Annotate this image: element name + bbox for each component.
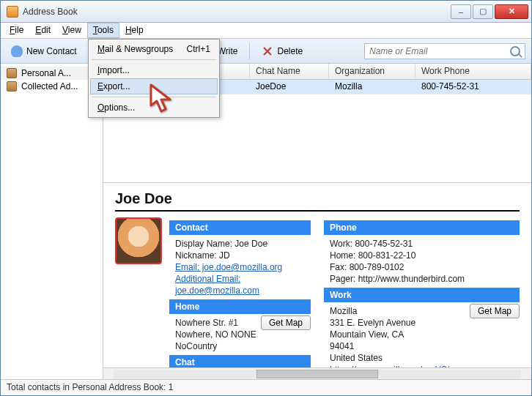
sidebar-item-label: Collected Ad... [21, 81, 78, 91]
minimize-button[interactable]: – [451, 4, 471, 19]
contact-additional-email-label[interactable]: Additional Email: [175, 274, 240, 284]
work-getmap-button[interactable]: Get Map [470, 304, 520, 318]
phone-pager: Pager: http://www.thunderbird.com [324, 273, 520, 285]
work-addr1: 331 E. Evelyn Avenue [324, 317, 520, 329]
cell-phone: 800-745-52-31 [415, 80, 531, 94]
addressbook-icon [7, 68, 17, 78]
dd-mail-accel: Ctrl+1 [187, 44, 210, 54]
toolbar: New Contact Write Delete [1, 39, 531, 64]
menu-edit[interactable]: Edit [29, 23, 56, 38]
menubar: File Edit View Tools Mail & Newsgroups C… [1, 23, 531, 39]
new-contact-label: New Contact [26, 46, 77, 56]
menu-separator [92, 97, 216, 97]
dd-mail-label: ail & Newsgroups [105, 44, 173, 54]
detail-pane: Joe Doe Contact Display Name: Joe Doe Ni… [103, 182, 531, 367]
menu-mail-newsgroups[interactable]: Mail & Newsgroups Ctrl+1 [90, 41, 218, 57]
work-url-link[interactable]: https://www.mozilla.org/en-US/ [330, 365, 449, 367]
horizontal-scrollbar[interactable] [103, 367, 531, 379]
menu-options[interactable]: Options... [90, 100, 218, 116]
contact-nickname: Nickname: JD [169, 250, 311, 261]
work-addr2: Mountain View, CA [324, 329, 520, 340]
home-line2: Nowhere, NO NONE [169, 329, 311, 340]
section-work: Work [324, 288, 520, 302]
contact-additional-email[interactable]: joe.doe@mozilla.com [175, 285, 259, 296]
cell-org: Mozilla [329, 80, 415, 94]
col-chat[interactable]: Chat Name [250, 64, 329, 79]
menu-view[interactable]: View [56, 23, 87, 38]
addressbook-icon [7, 81, 17, 91]
work-zip: 94041 [324, 340, 520, 352]
menu-file[interactable]: File [4, 23, 29, 38]
search-icon [510, 46, 520, 56]
close-button[interactable]: ✕ [495, 4, 528, 19]
write-label: Write [218, 46, 238, 56]
toolbar-separator [249, 43, 250, 59]
delete-label: Delete [277, 46, 303, 56]
col-org[interactable]: Organization [329, 64, 415, 79]
phone-work: Work: 800-745-52-31 [324, 238, 520, 250]
delete-icon [262, 45, 273, 57]
section-home: Home [169, 299, 311, 314]
menu-tools-label: ools [97, 25, 114, 35]
avatar [115, 217, 162, 264]
detail-left-col: Contact Display Name: Joe Doe Nickname: … [115, 217, 311, 367]
main-area: Personal A... Collected Ad... Chat Name … [1, 64, 531, 379]
app-window: Address Book – ▢ ✕ File Edit View Tools … [0, 0, 532, 396]
menu-separator [92, 59, 216, 60]
status-text: Total contacts in Personal Address Book:… [7, 382, 173, 392]
col-phone[interactable]: Work Phone [415, 64, 531, 79]
scrollbar-thumb[interactable] [256, 370, 379, 378]
window-title: Address Book [23, 7, 451, 17]
search-input[interactable] [369, 46, 510, 56]
menu-export[interactable]: Export... [90, 78, 218, 94]
cell-chat: JoeDoe [250, 80, 329, 94]
menu-help[interactable]: Help [119, 23, 149, 38]
delete-button[interactable]: Delete [257, 43, 307, 59]
menu-import[interactable]: Import... [90, 62, 218, 78]
statusbar: Total contacts in Personal Address Book:… [1, 379, 531, 395]
new-contact-button[interactable]: New Contact [7, 43, 81, 59]
person-icon [11, 45, 23, 57]
titlebar: Address Book – ▢ ✕ [1, 1, 531, 23]
contact-display-name: Display Name: Joe Doe [169, 238, 311, 250]
search-box[interactable] [364, 43, 525, 59]
tools-dropdown: Mail & Newsgroups Ctrl+1 Import... Expor… [88, 39, 220, 118]
window-buttons: – ▢ ✕ [451, 4, 528, 19]
work-country: United States [324, 352, 520, 364]
detail-title: Joe Doe [115, 190, 520, 212]
section-phone: Phone [324, 220, 520, 235]
contact-email-link[interactable]: Email: joe.doe@mozilla.org [175, 262, 282, 272]
home-getmap-button[interactable]: Get Map [261, 315, 311, 330]
app-icon [7, 6, 18, 18]
maximize-button[interactable]: ▢ [473, 4, 493, 19]
menu-tools[interactable]: Tools Mail & Newsgroups Ctrl+1 Import...… [87, 23, 119, 38]
phone-home: Home: 800-831-22-10 [324, 250, 520, 261]
section-chat: Chat [169, 355, 311, 367]
detail-right-col: Phone Work: 800-745-52-31 Home: 800-831-… [324, 217, 520, 367]
home-line3: NoCountry [169, 340, 311, 352]
phone-fax: Fax: 800-789-0102 [324, 261, 520, 273]
section-contact: Contact [169, 220, 311, 235]
sidebar-item-label: Personal A... [21, 68, 71, 78]
